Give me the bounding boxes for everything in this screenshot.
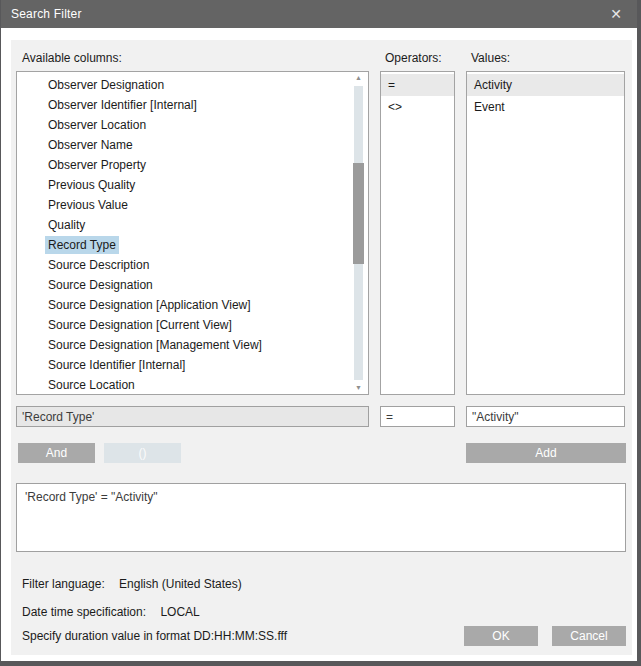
- duration-hint: Specify duration value in format DD:HH:M…: [22, 629, 287, 643]
- values-label: Values:: [471, 51, 510, 65]
- list-item-label: Source Description: [45, 256, 152, 274]
- list-item-observer-identifier-internal[interactable]: Observer Identifier [Internal]: [17, 95, 368, 115]
- list-item-label: Observer Property: [45, 156, 149, 174]
- datetime-spec-value: LOCAL: [160, 605, 199, 619]
- list-item-record-type[interactable]: Record Type: [17, 235, 368, 255]
- list-item-label: Source Location: [45, 376, 138, 394]
- list-item-label: Observer Identifier [Internal]: [45, 96, 200, 114]
- list-item-label: Previous Quality: [45, 176, 138, 194]
- list-item-label: Observer Designation: [45, 76, 167, 94]
- list-item-label: Source Designation [Application View]: [45, 296, 254, 314]
- close-icon[interactable]: ✕: [601, 0, 631, 28]
- list-item-source-designation-current-view[interactable]: Source Designation [Current View]: [17, 315, 368, 335]
- columns-list-scrollbar[interactable]: ▲ ▼: [353, 72, 364, 394]
- list-item-source-designation-application-view[interactable]: Source Designation [Application View]: [17, 295, 368, 315]
- available-columns-list[interactable]: Observer DesignationObserver Identifier …: [16, 71, 369, 395]
- operator-field[interactable]: [380, 406, 455, 427]
- and-button[interactable]: And: [18, 443, 95, 463]
- list-item-label: Activity: [474, 78, 512, 92]
- datetime-spec-label: Date time specification:: [22, 605, 146, 619]
- cancel-button[interactable]: Cancel: [552, 626, 626, 646]
- list-item-label: Observer Name: [45, 136, 136, 154]
- list-item-[interactable]: =: [381, 74, 454, 96]
- list-item-source-identifier-internal[interactable]: Source Identifier [Internal]: [17, 355, 368, 375]
- list-item-observer-designation[interactable]: Observer Designation: [17, 75, 368, 95]
- scroll-up-icon[interactable]: ▲: [353, 72, 364, 84]
- window-title: Search Filter: [1, 7, 82, 21]
- list-item-label: Record Type: [45, 236, 119, 254]
- list-item-previous-value[interactable]: Previous Value: [17, 195, 368, 215]
- list-item-observer-name[interactable]: Observer Name: [17, 135, 368, 155]
- list-item-label: Source Designation [Management View]: [45, 336, 265, 354]
- operators-list[interactable]: =<>: [380, 71, 455, 395]
- list-item-previous-quality[interactable]: Previous Quality: [17, 175, 368, 195]
- list-item-label: Source Designation [Current View]: [45, 316, 235, 334]
- list-item-source-location[interactable]: Source Location: [17, 375, 368, 395]
- operators-label: Operators:: [385, 51, 442, 65]
- list-item-activity[interactable]: Activity: [467, 74, 624, 96]
- available-columns-label: Available columns:: [22, 51, 122, 65]
- list-item-label: Observer Location: [45, 116, 149, 134]
- list-item-observer-location[interactable]: Observer Location: [17, 115, 368, 135]
- scroll-down-icon[interactable]: ▼: [353, 382, 364, 394]
- value-field[interactable]: [466, 406, 625, 427]
- ok-button[interactable]: OK: [464, 626, 538, 646]
- list-item-label: Event: [474, 100, 505, 114]
- list-item-observer-property[interactable]: Observer Property: [17, 155, 368, 175]
- list-item-label: Source Designation: [45, 276, 156, 294]
- add-button[interactable]: Add: [466, 443, 626, 463]
- search-filter-dialog: Search Filter ✕ Available columns: Opera…: [0, 0, 641, 666]
- list-item-source-designation-management-view[interactable]: Source Designation [Management View]: [17, 335, 368, 355]
- list-item-label: =: [388, 78, 395, 92]
- list-item-quality[interactable]: Quality: [17, 215, 368, 235]
- list-item-source-description[interactable]: Source Description: [17, 255, 368, 275]
- list-item-label: Quality: [45, 216, 88, 234]
- values-list[interactable]: ActivityEvent: [466, 71, 625, 395]
- scrollbar-thumb[interactable]: [353, 163, 364, 264]
- filter-language-row: Filter language: English (United States): [22, 577, 242, 591]
- list-item-label: Source Identifier [Internal]: [45, 356, 188, 374]
- filter-language-value: English (United States): [119, 577, 242, 591]
- column-field[interactable]: [16, 406, 369, 427]
- condition-textarea[interactable]: 'Record Type' = "Activity": [16, 483, 626, 552]
- filter-language-label: Filter language:: [22, 577, 105, 591]
- list-item-source-designation[interactable]: Source Designation: [17, 275, 368, 295]
- parentheses-button[interactable]: (): [104, 443, 181, 463]
- datetime-spec-row: Date time specification: LOCAL: [22, 605, 200, 619]
- titlebar[interactable]: Search Filter ✕: [1, 0, 637, 28]
- list-item-event[interactable]: Event: [467, 96, 624, 118]
- list-item-label: Previous Value: [45, 196, 131, 214]
- list-item-label: <>: [388, 100, 402, 114]
- list-item-[interactable]: <>: [381, 96, 454, 118]
